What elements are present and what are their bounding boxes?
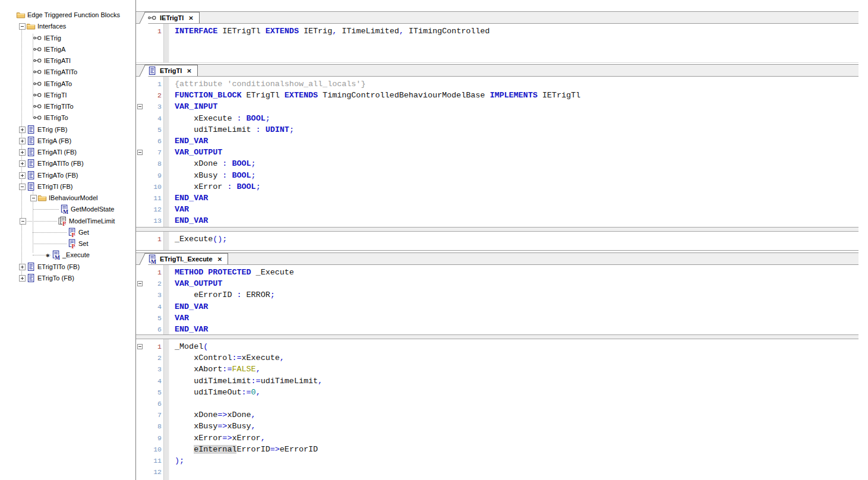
tree-item-etrig-fb[interactable]: ETrig (FB) [0, 124, 135, 135]
tree-item-ietrigato[interactable]: IETrigATo [0, 78, 135, 90]
line-number: 11 [136, 192, 162, 204]
tree-item-etrigato-fb[interactable]: ETrigATo (FB) [0, 170, 135, 181]
code-text: END_VAR [175, 324, 208, 334]
code-line: 2 xControl:=xExecute, [136, 352, 858, 364]
expand-icon[interactable] [19, 172, 26, 179]
code-token: xBusy [175, 422, 217, 431]
tree-item-getmodelstate[interactable]: MGetModelState [0, 204, 135, 215]
code-line: 6 [136, 398, 858, 409]
tab-ietrigtl[interactable]: IETrigTl✕ [146, 12, 200, 23]
editor-splitter[interactable] [136, 227, 858, 232]
implementation-editor[interactable]: 1_Execute(); [136, 232, 858, 251]
svg-text:M: M [151, 259, 156, 264]
code-token: ( [203, 342, 208, 351]
expand-icon[interactable] [19, 275, 26, 282]
code-line: 12 [136, 466, 858, 478]
tree-item-label: ETrigTo (FB) [37, 274, 74, 282]
code-token: ; [256, 182, 261, 191]
code-token: , [261, 434, 266, 443]
code-line: 7 xDone=>xDone, [136, 409, 858, 421]
close-icon[interactable]: ✕ [187, 68, 191, 74]
tree-item-interfaces[interactable]: Interfaces [0, 21, 135, 32]
svg-text:P: P [62, 220, 66, 225]
tree-item-label: Interfaces [37, 23, 66, 30]
collapse-icon[interactable] [20, 218, 26, 225]
expand-icon[interactable] [19, 264, 26, 270]
tree-item-edge-triggered-function-blocks[interactable]: Edge Triggered Function Blocks [0, 10, 135, 21]
code-token: := [251, 377, 261, 386]
tab-etrigtl[interactable]: ETrigTl✕ [146, 65, 198, 76]
svg-text:P: P [71, 244, 75, 249]
code-text: udiTimeLimit : UDINT; [175, 124, 294, 135]
code-token: ; [270, 290, 275, 299]
code-token: BOOL [237, 182, 256, 191]
expand-icon[interactable] [19, 160, 26, 167]
code-token: => [217, 422, 227, 431]
code-token: => [222, 434, 232, 443]
tree-item-ietrigtlto[interactable]: IETrigTlTo [0, 101, 135, 112]
code-token: , [318, 377, 323, 386]
collapse-icon[interactable] [19, 184, 26, 190]
code-line: 3 eErrorID : ERROR; [136, 289, 858, 301]
code-line: 1{attribute 'conditionalshow_all_locals'… [136, 78, 858, 90]
line-number: 8 [136, 158, 162, 169]
expand-icon[interactable] [19, 138, 26, 144]
tree-item-label: IETrigTo [44, 114, 68, 121]
line-number: 4 [136, 301, 162, 312]
accessor-icon: P [67, 239, 77, 248]
code-line: 6END_VAR [136, 135, 858, 147]
tree-item-etrigtl-fb[interactable]: ETrigTl (FB) [0, 181, 135, 192]
tree-item-ietriga[interactable]: IETrigA [0, 44, 135, 55]
tree-item-get[interactable]: PGet [0, 227, 135, 238]
collapse-icon[interactable] [30, 195, 37, 201]
implementation-editor[interactable]: 1_Model(2 xControl:=xExecute,3 xAbort:=F… [136, 339, 858, 480]
svg-text:M: M [63, 209, 68, 214]
code-token: ; [251, 171, 256, 180]
expand-icon[interactable] [19, 149, 26, 156]
tab-etrigtl-execute[interactable]: METrigTl._Execute✕ [146, 253, 228, 264]
code-token: ; [289, 125, 294, 134]
line-number: 3 [136, 289, 162, 301]
code-text: xExecute : BOOL; [175, 113, 270, 124]
declaration-editor[interactable]: 1INTERFACE IETrigTl EXTENDS IETrig, ITim… [136, 24, 858, 63]
line-number: 4 [136, 113, 162, 124]
tree-item-etrigatlto-fb[interactable]: ETrigATlTo (FB) [0, 158, 135, 169]
close-icon[interactable]: ✕ [217, 256, 222, 263]
code-line: 3 xAbort:=FALSE, [136, 364, 858, 375]
tab-bar: IETrigTl✕ [136, 11, 858, 24]
line-number: 5 [136, 387, 162, 398]
tree-item-etrigto-fb[interactable]: ETrigTo (FB) [0, 273, 135, 284]
pou-tree: Edge Triggered Function BlocksInterfaces… [0, 0, 135, 480]
tree-item-ietrig[interactable]: IETrig [0, 33, 135, 44]
declaration-editor[interactable]: 1METHOD PROTECTED _Execute2VAR_OUTPUT3 e… [136, 265, 858, 334]
tab-bar: METrigTl._Execute✕ [136, 252, 858, 265]
tree-item-etrigtlto-fb[interactable]: ETrigTlTo (FB) [0, 261, 135, 273]
code-token: VAR [175, 314, 189, 323]
declaration-editor[interactable]: 1{attribute 'conditionalshow_all_locals'… [136, 77, 858, 227]
expand-icon[interactable] [19, 127, 26, 133]
tree-item-ietrigatlto[interactable]: IETrigATlTo [0, 67, 135, 78]
method-icon: M [147, 254, 157, 264]
interface-icon [147, 13, 157, 23]
tree-item-ietrigtl[interactable]: IETrigTl [0, 90, 135, 101]
tree-item-etrigatl-fb[interactable]: ETrigATl (FB) [0, 147, 135, 158]
code-token: , [251, 410, 256, 419]
code-token: xError [175, 182, 227, 191]
editor-splitter[interactable] [136, 334, 858, 339]
tree-item-etriga-fb[interactable]: ETrigA (FB) [0, 135, 135, 147]
tree-item-execute[interactable]: ✱M_Execute [0, 250, 135, 261]
fb-icon [26, 262, 36, 271]
tree-item-ietrigto[interactable]: IETrigTo [0, 112, 135, 124]
tree-item-modeltimelimit[interactable]: PModelTimeLimit [0, 216, 135, 227]
method-icon: M [59, 204, 69, 214]
tree-item-ibehaviourmodel[interactable]: IBehaviourModel [0, 192, 135, 204]
collapse-icon[interactable] [19, 23, 26, 30]
tree-item-set[interactable]: PSet [0, 238, 135, 250]
code-line: 11END_VAR [136, 192, 858, 204]
tree-item-label: IETrigATl [44, 57, 71, 64]
code-line: 12VAR [136, 204, 858, 215]
interface-icon [33, 33, 42, 43]
close-icon[interactable]: ✕ [188, 15, 193, 21]
accessor-icon: P [67, 228, 77, 237]
tree-item-ietrigatl[interactable]: IETrigATl [0, 55, 135, 67]
